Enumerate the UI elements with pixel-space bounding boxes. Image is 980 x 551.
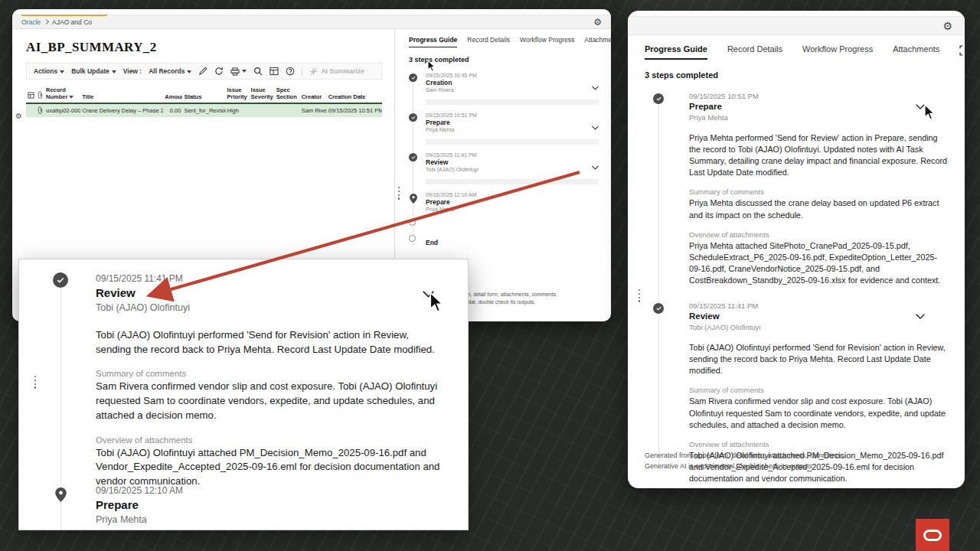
search-icon[interactable] (253, 67, 263, 76)
tab-workflow-progress[interactable]: Workflow Progress (802, 44, 873, 58)
pending-step-icon (409, 235, 416, 242)
step-actor: Priya Mehta (426, 207, 602, 212)
chevron-down-icon[interactable] (423, 287, 434, 301)
column-header-title[interactable]: Title (80, 86, 163, 103)
cell-record-number[interactable]: uxaibp02-0000 (44, 103, 80, 117)
summary-of-comments-label: Summary of comments (689, 386, 948, 394)
step-timestamp: 09/16/2025 12:10 AM (426, 192, 602, 197)
step-action-summary: Tobi (AJAO) Olofintuyi performed 'Send f… (689, 342, 948, 377)
overview-of-attachments-label: Overview of attachments (96, 435, 445, 445)
step-complete-icon (653, 93, 664, 104)
table-row[interactable]: uxaibp02-0000 Crane Delivery Delay – Pha… (26, 103, 382, 117)
panel-drag-handle[interactable] (639, 289, 640, 302)
step-actor: Tobi (AJAO) Olofintuyi (689, 323, 948, 331)
select-column-header[interactable] (26, 86, 36, 103)
overview-of-attachments-text: Tobi (AJAO) Olofintuyi attached PM_Decis… (96, 446, 442, 489)
column-header-record[interactable]: Record Number (44, 86, 80, 103)
tab-attachments[interactable]: Attachments (584, 36, 611, 47)
edit-icon[interactable] (198, 67, 207, 76)
chevron-down-icon[interactable] (592, 159, 599, 173)
overview-of-attachments-text: Priya Mehta attached SitePhoto_CranePad_… (689, 240, 948, 286)
summary-of-comments-text: Sam Rivera confirmed vendor slip and cos… (96, 380, 442, 422)
view-selector[interactable]: All Records (149, 67, 191, 75)
chevron-down-icon (187, 70, 191, 73)
panel-tabs: Progress Guide Record Details Workflow P… (628, 35, 965, 60)
tab-record-details[interactable]: Record Details (727, 44, 782, 58)
refresh-icon[interactable] (214, 67, 224, 76)
column-header-creation-date[interactable]: Creation Date (327, 86, 382, 103)
grid-view-icon[interactable] (270, 67, 279, 76)
overview-of-attachments-label: Overview of attachments (689, 230, 948, 239)
progress-timeline: 3 steps completed 09/15/2025 10:51 PM Pr… (628, 60, 965, 488)
tab-progress-guide[interactable]: Progress Guide (409, 36, 457, 47)
sparkle-disabled-icon (309, 67, 318, 76)
progress-timeline: 09/15/2025 10:45 PM Creation Sam Rivera … (409, 73, 602, 246)
row-gear-icon[interactable]: ⚙ (15, 112, 22, 120)
breadcrumb-section: AJAO and Co (52, 18, 92, 26)
help-icon[interactable] (286, 67, 295, 76)
tab-attachments[interactable]: Attachments (893, 44, 939, 58)
cell-issue-priority: High (226, 103, 250, 117)
end-label: End (426, 239, 438, 246)
ai-summarize-button[interactable]: AI Summarize (309, 67, 364, 76)
gear-icon[interactable]: ⚙ (942, 21, 952, 31)
steps-completed-label: 3 steps completed (645, 70, 948, 80)
step-creation: 09/15/2025 10:45 PM Creation Sam Rivera (409, 73, 602, 95)
step-complete-icon (409, 153, 417, 161)
column-header-amount[interactable]: Amount (163, 86, 182, 103)
page-title: AI_BP_SUMMARY_2 (26, 40, 382, 55)
steps-completed-label: 3 steps completed (409, 56, 602, 64)
step-timestamp: 09/15/2025 10:51 PM (426, 112, 602, 118)
step-review: 09/15/2025 11:41 PM Review Tobi (AJAO) O… (409, 152, 602, 174)
tab-record-details[interactable]: Record Details (467, 36, 510, 47)
active-tab-accent (21, 15, 107, 16)
step-actor: Tobi (AJAO) Olofintuyi (96, 302, 445, 313)
tab-progress-guide[interactable]: Progress Guide (645, 44, 707, 60)
step-complete-icon (653, 303, 664, 314)
expand-icon[interactable] (959, 45, 965, 57)
bulk-update-button[interactable]: Bulk Update (71, 67, 116, 75)
panel-drag-handle[interactable] (34, 376, 36, 389)
chevron-down-icon[interactable] (916, 99, 925, 112)
chevron-down-icon (112, 70, 116, 73)
chevron-down-icon (242, 70, 247, 73)
collapsed-content-placeholder (426, 179, 599, 184)
step-actor: Tobi (AJAO) Olofintuyi (426, 167, 602, 172)
step-actor: Sam Rivera (426, 87, 602, 93)
chevron-down-icon[interactable] (592, 80, 599, 93)
cell-creation-date: 09/15/2025 10:51 PM (327, 103, 382, 117)
cell-amount: 0.00 (163, 103, 182, 117)
cell-status: Sent_for_Revision (182, 103, 225, 117)
step-timestamp: 09/15/2025 10:45 PM (426, 73, 602, 78)
oracle-o-icon (923, 530, 942, 541)
panel-drag-handle[interactable] (398, 187, 400, 200)
current-step-pin-icon (55, 487, 67, 505)
column-header-issue-severity[interactable]: Issue Severity (250, 86, 275, 103)
column-header-status[interactable]: Status (182, 86, 225, 103)
column-header-spec-section[interactable]: Spec Section (275, 86, 300, 103)
step-timestamp: 09/16/2025 12:10 AM (96, 485, 183, 496)
actions-button[interactable]: Actions (34, 67, 64, 75)
collapsed-content-placeholder (426, 99, 599, 105)
step-prepare: 09/15/2025 10:51 PM Prepare Priya Mehta (409, 112, 602, 135)
gear-icon[interactable]: ⚙ (593, 18, 602, 27)
progress-guide-panel: ⚙ Progress Guide Record Details Workflow… (628, 11, 965, 488)
step-name: Prepare (426, 198, 602, 206)
step-actor: Priya Mehta (426, 127, 602, 132)
breadcrumb-root-link[interactable]: Oracle (21, 18, 41, 26)
column-header-creator[interactable]: Creator (300, 86, 327, 103)
print-button[interactable] (230, 67, 247, 76)
attachment-column-header[interactable] (36, 86, 44, 103)
panel-header: ⚙ (628, 16, 965, 35)
cell-spec-section (275, 103, 300, 117)
tab-workflow-progress[interactable]: Workflow Progress (520, 36, 574, 47)
chevron-down-icon[interactable] (916, 308, 925, 322)
step-action-summary: Tobi (AJAO) Olofintuyi performed 'Send f… (96, 328, 442, 357)
chevron-down-icon[interactable] (592, 119, 599, 133)
sidebar-tabs: Progress Guide Record Details Workflow P… (409, 36, 602, 47)
row-select-cell[interactable] (26, 103, 36, 117)
step-complete-icon (409, 113, 417, 122)
attachment-icon (36, 103, 44, 117)
column-header-issue-priority[interactable]: Issue Priority (226, 86, 250, 103)
cell-title: Crane Delivery Delay – Phase 2 (80, 103, 163, 117)
